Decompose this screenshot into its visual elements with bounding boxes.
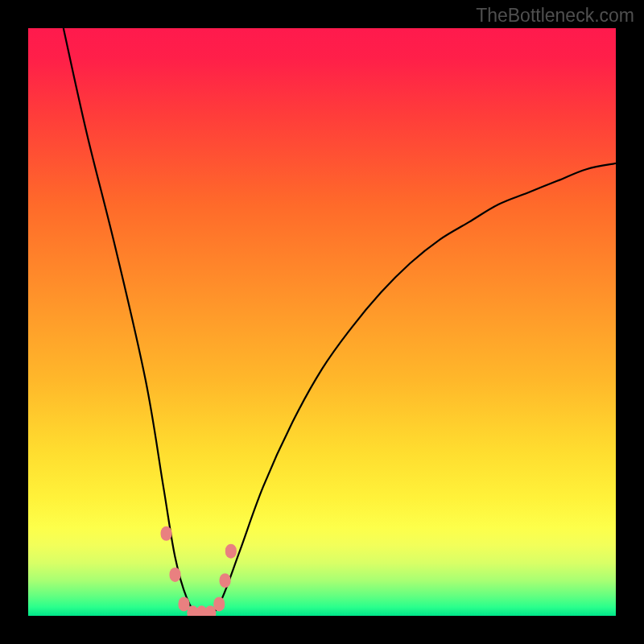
chart-frame: TheBottleneck.com bbox=[0, 0, 644, 644]
bottleneck-chart bbox=[28, 28, 616, 616]
plot-area bbox=[28, 28, 616, 616]
data-marker bbox=[161, 526, 172, 541]
watermark-text: TheBottleneck.com bbox=[476, 5, 634, 27]
data-marker bbox=[170, 568, 181, 582]
data-marker bbox=[213, 597, 225, 611]
data-marker bbox=[225, 544, 237, 559]
heat-gradient-background bbox=[28, 28, 616, 616]
data-marker bbox=[220, 573, 231, 588]
